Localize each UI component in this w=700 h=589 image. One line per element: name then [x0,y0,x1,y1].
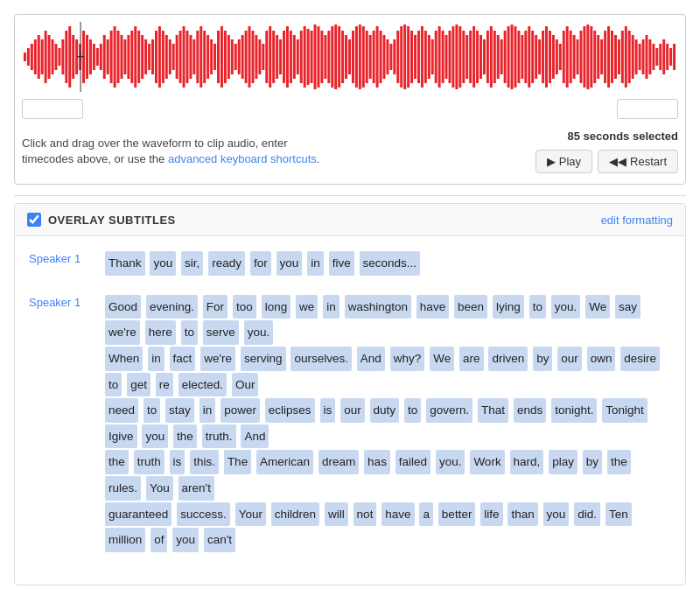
svg-rect-1 [27,48,30,66]
svg-rect-79 [297,39,299,74]
word: the [105,450,129,474]
svg-rect-86 [320,31,323,83]
word: Tonight [602,398,648,423]
svg-rect-169 [607,26,610,88]
svg-rect-4 [38,35,40,79]
edit-formatting-link[interactable]: edit formatting [601,214,673,227]
svg-rect-172 [618,39,620,74]
svg-rect-58 [224,31,227,83]
svg-rect-6 [45,31,47,83]
waveform-canvas[interactable]: + [22,22,678,92]
word: in [200,398,216,423]
word: ready [208,251,245,276]
svg-rect-112 [410,31,413,83]
svg-rect-69 [262,44,264,70]
svg-rect-132 [480,35,482,79]
svg-rect-65 [248,26,251,88]
word: by [533,347,552,371]
svg-rect-167 [600,39,603,74]
word: When [105,347,143,371]
svg-rect-149 [538,39,541,74]
svg-rect-134 [486,31,489,83]
svg-rect-25 [110,31,113,83]
word: get [127,373,150,397]
svg-rect-67 [255,35,257,79]
word: American [256,450,313,474]
svg-rect-146 [528,26,530,88]
playback-controls: 85 seconds selected ▶ Play ◀◀ Restart [536,130,678,173]
section-divider [14,195,686,196]
svg-rect-10 [58,48,60,66]
svg-rect-183 [655,48,658,66]
overlay-subtitles-checkbox[interactable] [27,213,41,227]
word: to [404,398,421,423]
svg-rect-114 [417,31,420,83]
svg-rect-76 [286,26,289,88]
speaker-1-label-second[interactable]: Speaker 1 [29,294,90,553]
svg-rect-9 [55,44,58,70]
svg-rect-98 [362,26,365,88]
word: You [146,476,173,501]
svg-rect-117 [428,35,430,79]
svg-rect-178 [639,44,641,70]
word: you [142,424,168,449]
word: better [438,502,476,527]
svg-rect-23 [103,35,106,79]
svg-rect-102 [376,26,379,88]
svg-rect-8 [52,39,54,74]
svg-rect-103 [380,31,382,83]
word: play [549,450,578,474]
start-timecode-input[interactable]: 0 [22,99,83,119]
svg-rect-49 [192,39,195,74]
svg-rect-97 [359,25,361,89]
word: dream [318,450,359,474]
svg-rect-57 [220,26,223,88]
svg-rect-113 [414,35,416,79]
svg-rect-145 [524,31,527,83]
subtitles-title: OVERLAY SUBTITLES [48,214,176,227]
svg-rect-129 [469,31,472,83]
word: you [172,528,199,552]
svg-rect-162 [583,26,585,88]
svg-rect-116 [424,31,427,83]
svg-rect-11 [61,39,64,74]
word: did. [574,502,600,527]
svg-rect-47 [186,31,189,83]
play-button[interactable]: ▶ Play [536,150,592,173]
svg-rect-78 [293,35,296,79]
advanced-shortcuts-link[interactable]: advanced keyboard shortcuts [168,152,317,165]
svg-rect-34 [141,35,144,79]
speaker-1-label-first[interactable]: Speaker 1 [29,250,90,277]
svg-rect-39 [158,26,161,88]
svg-rect-59 [228,35,230,79]
word: to [529,295,546,319]
svg-rect-30 [127,35,130,79]
restart-button[interactable]: ◀◀ Restart [598,150,678,173]
word: this. [190,450,219,474]
word: Our [232,373,259,397]
svg-rect-18 [86,35,88,79]
word: Your [235,502,266,527]
word: has [364,450,390,474]
word: life [480,502,502,527]
instructions-text: Click and drag over the waveform to clip… [22,136,319,167]
svg-rect-184 [659,44,662,70]
svg-rect-101 [373,31,375,83]
end-timecode-input[interactable]: 84.99 [617,99,678,119]
svg-rect-144 [521,35,523,79]
word: in [148,347,164,371]
svg-rect-156 [563,31,565,83]
svg-rect-70 [265,31,268,83]
word: too [233,295,256,319]
svg-rect-126 [458,26,461,88]
word: elected. [178,373,227,397]
svg-rect-75 [283,31,285,83]
subtitles-section: OVERLAY SUBTITLES edit formatting Speake… [14,203,686,585]
word: our [340,398,365,423]
svg-rect-38 [155,31,158,83]
svg-rect-84 [314,25,317,89]
svg-rect-153 [552,35,555,79]
svg-rect-109 [400,26,402,88]
svg-rect-72 [272,31,275,83]
svg-rect-41 [165,35,168,79]
